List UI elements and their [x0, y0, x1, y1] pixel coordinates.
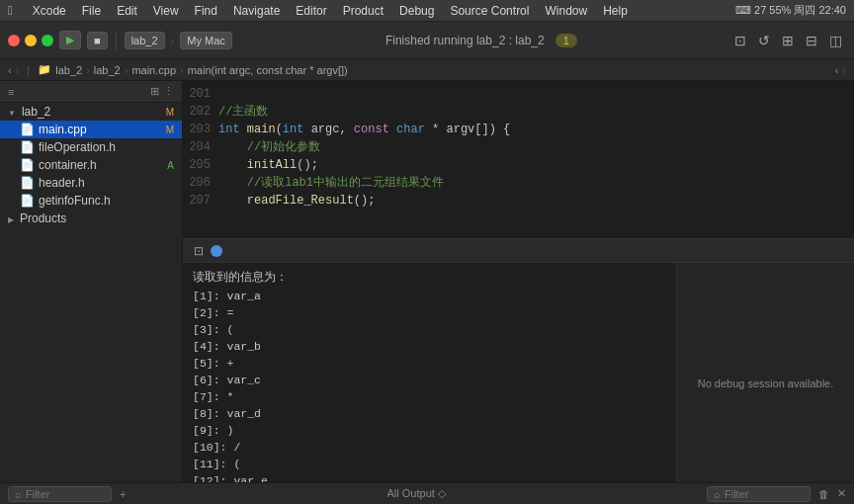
menu-navigate[interactable]: Navigate	[233, 4, 280, 18]
menu-xcode[interactable]: Xcode	[33, 4, 66, 18]
sidebar-badge-m2: M	[166, 125, 174, 135]
sidebar-item-label: fileOperation.h	[39, 140, 116, 154]
sidebar-header-icons: ⊞ ⋮	[150, 85, 174, 98]
breadcrumb-icon: 📁	[38, 63, 51, 76]
menu-file[interactable]: File	[82, 4, 101, 18]
sidebar-item-label: main.cpp	[39, 123, 87, 136]
breadcrumb-group[interactable]: lab_2	[94, 64, 121, 76]
code-line-207: 207 readFile_Result();	[183, 192, 854, 210]
destination-name: My Mac	[187, 35, 225, 46]
sidebar: ≡ ⊞ ⋮ lab_2 M 📄 main.cpp M 📄 fileOperati…	[0, 81, 183, 504]
debug-active-indicator	[211, 245, 222, 257]
debug-area: ⊡ 读取到的信息为： [1]: var_a [2]: = [3]: ( [4]:…	[183, 239, 854, 504]
filter-input-right[interactable]	[725, 488, 804, 500]
sidebar-item-label: Products	[20, 211, 66, 225]
breadcrumb-function[interactable]: main(int argc, const char * argv[])	[188, 64, 348, 76]
chevron-right-icon[interactable]: ›	[842, 64, 846, 76]
sidebar-badge-m: M	[166, 107, 174, 118]
stop-button[interactable]: ■	[87, 32, 108, 49]
debug-clear-btn[interactable]: ⊡	[191, 244, 207, 258]
file-icon: 📄	[20, 123, 35, 136]
sidebar-item-fileoperation[interactable]: 📄 fileOperation.h	[0, 138, 182, 156]
file-icon: 📄	[20, 176, 35, 190]
bottom-bar: ⌕ + All Output ◇ ⌕ 🗑 ✕	[183, 482, 854, 504]
console-line-6: [6]: var_c	[193, 372, 666, 388]
code-line-205: 205 initAll();	[183, 156, 854, 174]
sidebar-item-getinfofunc[interactable]: 📄 getinfoFunc.h	[0, 192, 182, 210]
console-line-5: [5]: +	[193, 355, 666, 372]
sidebar-item-products[interactable]: Products	[0, 210, 182, 227]
file-icon: 📄	[20, 140, 35, 154]
menu-help[interactable]: Help	[603, 4, 628, 18]
minimize-button[interactable]	[25, 35, 37, 46]
sidebar-item-container[interactable]: 📄 container.h A	[0, 156, 182, 174]
breadcrumb-file[interactable]: main.cpp	[131, 64, 176, 76]
maximize-button[interactable]	[42, 35, 53, 46]
toolbar-right: ⊡ ↺ ⊞ ⊟ ◫	[730, 31, 846, 50]
sidebar-item-label: header.h	[39, 176, 85, 190]
sidebar-options-icon[interactable]: ⋮	[163, 85, 174, 98]
code-line-204: 204 //初始化参数	[183, 138, 854, 156]
output-container: 读取到的信息为： [1]: var_a [2]: = [3]: ( [4]: v…	[183, 263, 854, 504]
layout-toggle-1[interactable]: ⊡	[730, 31, 750, 50]
console-header: 读取到的信息为：	[193, 269, 666, 286]
clear-icon[interactable]: ✕	[837, 487, 846, 500]
sidebar-filter-icon: ≡	[8, 86, 14, 98]
trash-icon[interactable]: 🗑	[818, 488, 829, 500]
sidebar-item-label: container.h	[39, 158, 97, 172]
console-line-1: [1]: var_a	[193, 288, 666, 304]
code-line-206: 206 //读取lab1中输出的二元组结果文件	[183, 174, 854, 192]
menu-source-control[interactable]: Source Control	[450, 4, 529, 18]
debug-panel: No debug session available.	[676, 263, 854, 504]
menu-view[interactable]: View	[153, 4, 179, 18]
layout-toggle-4[interactable]: ⊟	[802, 31, 821, 50]
folder-icon	[8, 211, 14, 225]
menu-find[interactable]: Find	[195, 4, 217, 18]
console-output[interactable]: 读取到的信息为： [1]: var_a [2]: = [3]: ( [4]: v…	[183, 263, 676, 504]
sidebar-item-main-cpp[interactable]: 📄 main.cpp M	[0, 121, 182, 138]
scheme-name: lab_2	[131, 35, 158, 46]
folder-open-icon	[8, 105, 16, 119]
run-button[interactable]: ▶	[59, 31, 81, 49]
menu-window[interactable]: Window	[545, 4, 587, 18]
scheme-selector[interactable]: lab_2	[125, 32, 165, 49]
inspector-toggle[interactable]: ◫	[825, 31, 846, 50]
console-line-2: [2]: =	[193, 304, 666, 321]
output-label: All Output ◇	[183, 487, 699, 500]
console-line-9: [9]: )	[193, 422, 666, 439]
menu-product[interactable]: Product	[343, 4, 384, 18]
separator: ›	[171, 35, 175, 46]
system-status: ⌨ 27 55% 周四 22:40	[735, 3, 846, 18]
sidebar-sort-icon[interactable]: ⊞	[150, 85, 159, 98]
close-button[interactable]	[8, 35, 20, 46]
sidebar-item-lab2-root[interactable]: lab_2 M	[0, 103, 182, 121]
main-layout: ≡ ⊞ ⋮ lab_2 M 📄 main.cpp M 📄 fileOperati…	[0, 81, 854, 504]
console-line-11: [11]: (	[193, 456, 666, 472]
console-line-3: [3]: (	[193, 321, 666, 338]
code-line-201: 201	[183, 85, 854, 103]
nav-back[interactable]: ‹	[8, 64, 12, 76]
traffic-lights	[8, 35, 53, 46]
chevron-left-icon[interactable]: ‹	[835, 64, 839, 76]
menu-edit[interactable]: Edit	[117, 4, 137, 18]
sidebar-item-label: lab_2	[22, 105, 50, 119]
sidebar-item-header[interactable]: 📄 header.h	[0, 174, 182, 192]
debug-toolbar: ⊡	[183, 239, 854, 263]
sidebar-badge-a: A	[167, 160, 174, 171]
destination-selector[interactable]: My Mac	[180, 32, 232, 49]
nav-forward[interactable]: ›	[16, 64, 20, 76]
menu-editor[interactable]: Editor	[296, 4, 326, 18]
layout-toggle-3[interactable]: ⊞	[778, 31, 798, 50]
menu-bar-right: ⌨ 27 55% 周四 22:40	[735, 3, 846, 18]
filter-icon-right: ⌕	[714, 488, 721, 500]
apple-menu[interactable]: 	[8, 3, 13, 18]
layout-toggle-2[interactable]: ↺	[754, 31, 774, 50]
menu-debug[interactable]: Debug	[399, 4, 434, 18]
sidebar-item-label: getinfoFunc.h	[39, 194, 111, 208]
breadcrumb-project[interactable]: lab_2	[55, 64, 82, 76]
code-line-202: 202 //主函数	[183, 103, 854, 121]
menu-bar:  Xcode File Edit View Find Navigate Edi…	[0, 0, 854, 22]
file-icon: 📄	[20, 194, 35, 208]
right-filter[interactable]: ⌕	[707, 486, 811, 502]
code-editor[interactable]: 201 202 //主函数 203 int main(int argc, con…	[183, 81, 854, 239]
